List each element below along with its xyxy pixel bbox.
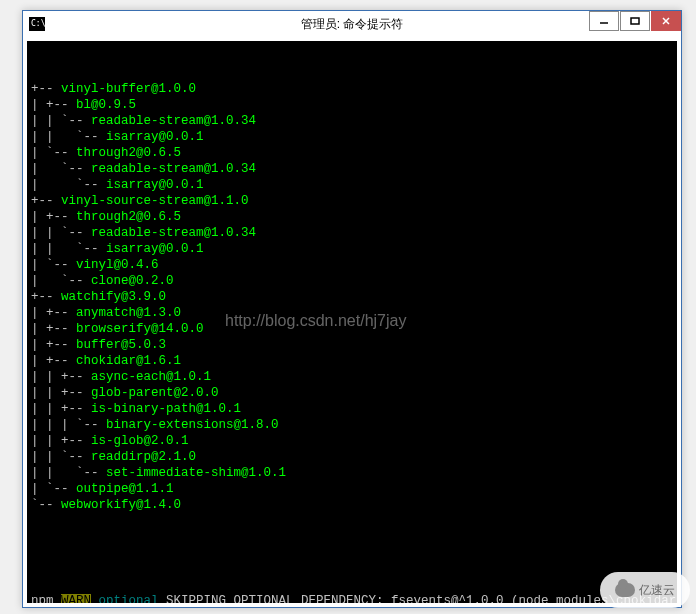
tree-line: | +-- through2@0.6.5 bbox=[31, 209, 676, 225]
tree-line: `-- webworkify@1.4.0 bbox=[31, 497, 676, 513]
package-name: isarray@0.0.1 bbox=[106, 130, 204, 144]
package-name: set-immediate-shim@1.0.1 bbox=[106, 466, 286, 480]
package-name: through2@0.6.5 bbox=[76, 146, 181, 160]
terminal[interactable]: +-- vinyl-buffer@1.0.0| +-- bl@0.9.5| | … bbox=[27, 41, 677, 603]
cmd-icon: C:\ bbox=[29, 17, 45, 31]
package-name: readable-stream@1.0.34 bbox=[91, 226, 256, 240]
package-name: async-each@1.0.1 bbox=[91, 370, 211, 384]
package-name: is-glob@2.0.1 bbox=[91, 434, 189, 448]
package-name: through2@0.6.5 bbox=[76, 210, 181, 224]
minimize-button[interactable] bbox=[589, 11, 619, 31]
package-name: isarray@0.0.1 bbox=[106, 242, 204, 256]
tree-line: +-- vinyl-buffer@1.0.0 bbox=[31, 81, 676, 97]
tree-line: | `-- outpipe@1.1.1 bbox=[31, 481, 676, 497]
tree-line: | +-- browserify@14.0.0 bbox=[31, 321, 676, 337]
close-button[interactable] bbox=[651, 11, 681, 31]
tree-line: | | `-- isarray@0.0.1 bbox=[31, 241, 676, 257]
titlebar[interactable]: C:\ 管理员: 命令提示符 bbox=[23, 11, 681, 37]
minimize-icon bbox=[599, 16, 609, 26]
tree-line: | | +-- is-glob@2.0.1 bbox=[31, 433, 676, 449]
tree-line: | `-- vinyl@0.4.6 bbox=[31, 257, 676, 273]
package-name: readable-stream@1.0.34 bbox=[91, 162, 256, 176]
package-name: isarray@0.0.1 bbox=[106, 178, 204, 192]
tree-line: | | `-- isarray@0.0.1 bbox=[31, 129, 676, 145]
tree-line: | | `-- readdirp@2.1.0 bbox=[31, 449, 676, 465]
command-prompt-window: C:\ 管理员: 命令提示符 +-- vinyl-buffer@1.0.0| +… bbox=[22, 10, 682, 608]
package-name: vinyl-buffer@1.0.0 bbox=[61, 82, 196, 96]
svg-rect-1 bbox=[631, 18, 639, 24]
tree-line: | +-- buffer@5.0.3 bbox=[31, 337, 676, 353]
cloud-icon bbox=[615, 583, 635, 597]
package-name: outpipe@1.1.1 bbox=[76, 482, 174, 496]
tree-line: | +-- chokidar@1.6.1 bbox=[31, 353, 676, 369]
package-name: is-binary-path@1.0.1 bbox=[91, 402, 241, 416]
tree-line: | | `-- readable-stream@1.0.34 bbox=[31, 225, 676, 241]
npm-tree-output: +-- vinyl-buffer@1.0.0| +-- bl@0.9.5| | … bbox=[31, 81, 676, 513]
package-name: chokidar@1.6.1 bbox=[76, 354, 181, 368]
tree-line: | | `-- readable-stream@1.0.34 bbox=[31, 113, 676, 129]
window-title: 管理员: 命令提示符 bbox=[301, 16, 404, 33]
maximize-icon bbox=[630, 16, 640, 26]
package-name: anymatch@1.3.0 bbox=[76, 306, 181, 320]
npm-warnings: npm WARN optional SKIPPING OPTIONAL DEPE… bbox=[31, 593, 676, 603]
tree-line: | `-- clone@0.2.0 bbox=[31, 273, 676, 289]
tree-line: | | +-- async-each@1.0.1 bbox=[31, 369, 676, 385]
maximize-button[interactable] bbox=[620, 11, 650, 31]
package-name: clone@0.2.0 bbox=[91, 274, 174, 288]
package-name: watchify@3.9.0 bbox=[61, 290, 166, 304]
tree-line: | `-- readable-stream@1.0.34 bbox=[31, 161, 676, 177]
tree-line: +-- vinyl-source-stream@1.1.0 bbox=[31, 193, 676, 209]
tree-line: | | | `-- binary-extensions@1.8.0 bbox=[31, 417, 676, 433]
package-name: readdirp@2.1.0 bbox=[91, 450, 196, 464]
package-name: binary-extensions@1.8.0 bbox=[106, 418, 279, 432]
package-name: glob-parent@2.0.0 bbox=[91, 386, 219, 400]
tree-line: +-- watchify@3.9.0 bbox=[31, 289, 676, 305]
tree-line: | `-- isarray@0.0.1 bbox=[31, 177, 676, 193]
close-icon bbox=[661, 16, 671, 26]
package-name: readable-stream@1.0.34 bbox=[91, 114, 256, 128]
tree-line: | | `-- set-immediate-shim@1.0.1 bbox=[31, 465, 676, 481]
package-name: browserify@14.0.0 bbox=[76, 322, 204, 336]
tree-line: | +-- bl@0.9.5 bbox=[31, 97, 676, 113]
package-name: vinyl-source-stream@1.1.0 bbox=[61, 194, 249, 208]
window-controls bbox=[589, 11, 681, 31]
package-name: buffer@5.0.3 bbox=[76, 338, 166, 352]
package-name: webworkify@1.4.0 bbox=[61, 498, 181, 512]
tree-line: | +-- anymatch@1.3.0 bbox=[31, 305, 676, 321]
tree-line: | `-- through2@0.6.5 bbox=[31, 145, 676, 161]
terminal-content: +-- vinyl-buffer@1.0.0| +-- bl@0.9.5| | … bbox=[27, 41, 677, 603]
package-name: bl@0.9.5 bbox=[76, 98, 136, 112]
site-logo-watermark: 亿速云 bbox=[600, 572, 690, 608]
npm-warn-line: npm WARN optional SKIPPING OPTIONAL DEPE… bbox=[31, 593, 676, 603]
tree-line: | | +-- glob-parent@2.0.0 bbox=[31, 385, 676, 401]
tree-line: | | +-- is-binary-path@1.0.1 bbox=[31, 401, 676, 417]
package-name: vinyl@0.4.6 bbox=[76, 258, 159, 272]
logo-text: 亿速云 bbox=[639, 582, 675, 599]
